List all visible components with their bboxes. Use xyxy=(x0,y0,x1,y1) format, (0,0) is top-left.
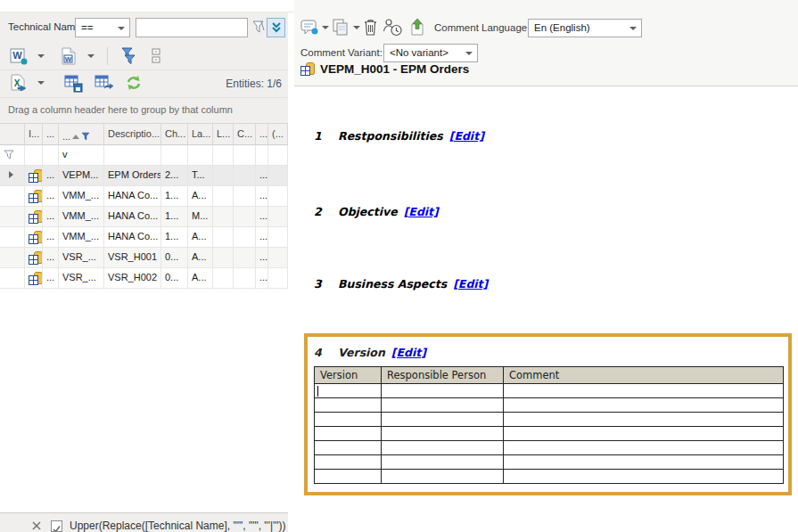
version-cell[interactable] xyxy=(315,455,382,470)
version-table-row[interactable] xyxy=(315,427,784,441)
comment-cell[interactable] xyxy=(504,427,784,441)
toolbar-separator xyxy=(107,47,108,65)
grid-filter-cell[interactable] xyxy=(25,145,43,166)
version-table-row[interactable] xyxy=(315,441,784,455)
word-export-caret-icon[interactable] xyxy=(37,54,45,58)
comment-cell[interactable] xyxy=(504,470,784,484)
comment-variant-value: <No variant> xyxy=(390,47,448,58)
row-focus-indicator xyxy=(0,166,25,186)
comment-bubble-icon[interactable] xyxy=(300,19,319,37)
user-history-icon[interactable] xyxy=(383,18,403,37)
grid-filter-cell[interactable] xyxy=(234,145,256,166)
version-section-highlight: 4Version[Edit] Version Responsible Perso… xyxy=(304,333,792,495)
comment-cell[interactable] xyxy=(504,413,784,427)
grid-header-la[interactable]: La... xyxy=(188,124,213,145)
filter-stack-icon[interactable] xyxy=(119,47,137,65)
grid-header-icon-col[interactable]: I... xyxy=(25,124,43,145)
responsible-person-cell[interactable] xyxy=(382,455,504,470)
column-filter-icon[interactable] xyxy=(81,132,90,142)
section-number: 1 xyxy=(314,129,338,143)
section-number: 3 xyxy=(314,277,338,291)
version-cell[interactable] xyxy=(315,413,382,427)
version-cell[interactable] xyxy=(315,398,382,413)
version-table-row[interactable] xyxy=(315,413,784,427)
section-number: 2 xyxy=(314,205,338,218)
comment-caret-icon[interactable] xyxy=(322,26,329,29)
edit-link[interactable]: [Edit] xyxy=(449,129,484,143)
grid-header-description[interactable]: Descriptio... xyxy=(104,124,161,145)
filter-enabled-checkbox[interactable] xyxy=(51,520,62,532)
word-document-caret-icon[interactable] xyxy=(87,54,95,58)
version-table-row[interactable] xyxy=(315,470,784,484)
grid-header-col2[interactable]: ... xyxy=(43,124,59,145)
version-cell[interactable] xyxy=(315,470,382,484)
grid-filter-cell[interactable] xyxy=(161,145,188,166)
edit-link[interactable]: [Edit] xyxy=(404,205,439,218)
table-row[interactable]: ... VEPM... EPM Orders 2... T... ... xyxy=(0,166,288,186)
grid-header-l[interactable]: L... xyxy=(213,124,234,145)
edit-link[interactable]: [Edit] xyxy=(391,346,426,359)
responsible-person-cell[interactable] xyxy=(382,427,504,441)
filter-funnel-icon[interactable] xyxy=(251,20,266,35)
version-table-row[interactable] xyxy=(315,398,784,413)
word-export-icon[interactable]: W xyxy=(10,47,29,65)
excel-export-caret-icon[interactable] xyxy=(37,81,45,85)
cell-la: A... xyxy=(188,227,213,248)
grid-filter-cell[interactable] xyxy=(256,145,268,166)
entity-list-panel: Technical Name == W xyxy=(0,12,288,532)
grid-header-col10[interactable]: (... xyxy=(268,124,288,145)
comment-language-label: Comment Language xyxy=(434,22,527,33)
grid-header-technical-name[interactable]: ... xyxy=(59,124,104,145)
responsible-person-cell[interactable] xyxy=(382,470,504,484)
comment-cell[interactable] xyxy=(504,455,784,470)
word-document-icon[interactable]: W xyxy=(61,47,77,65)
comment-variant-dropdown[interactable]: <No variant> xyxy=(383,44,478,62)
filter-operator-dropdown[interactable]: == xyxy=(75,18,130,37)
refresh-icon[interactable] xyxy=(125,74,143,93)
close-filter-icon[interactable] xyxy=(32,521,41,530)
table-load-icon[interactable] xyxy=(95,74,114,93)
grid-header-ch[interactable]: Ch... xyxy=(161,124,188,145)
calculation-view-icon xyxy=(29,231,43,244)
filter-expression[interactable]: Upper(Replace([Technical Name], "'", "'"… xyxy=(70,520,288,532)
responsible-person-cell[interactable] xyxy=(382,413,504,427)
version-table-row[interactable] xyxy=(315,384,784,398)
expand-filter-button[interactable] xyxy=(267,18,285,37)
version-table-row[interactable] xyxy=(315,455,784,470)
version-cell[interactable] xyxy=(315,427,382,441)
grid-filter-technical-name[interactable]: v xyxy=(59,145,104,166)
grid-header-col9[interactable]: ... xyxy=(256,124,268,145)
comment-cell[interactable] xyxy=(504,398,784,413)
responsible-person-cell[interactable] xyxy=(382,441,504,455)
table-save-icon[interactable] xyxy=(64,74,84,93)
responsible-person-cell[interactable] xyxy=(382,398,504,413)
comment-language-dropdown[interactable]: En (English) xyxy=(528,19,642,37)
technical-name-search-input[interactable] xyxy=(136,18,248,37)
responsible-person-cell[interactable] xyxy=(382,384,504,398)
version-cell[interactable] xyxy=(315,441,382,455)
grid-header-c[interactable]: C... xyxy=(234,124,256,145)
table-row[interactable]: ... VMM_... HANA Co... 1... A... ... xyxy=(0,227,288,248)
table-row[interactable]: ... VSR_... VSR_H001 0... A... ... xyxy=(0,248,288,268)
grid-filter-cell[interactable] xyxy=(104,145,161,166)
edit-link[interactable]: [Edit] xyxy=(453,277,488,291)
comment-cell[interactable] xyxy=(504,441,784,455)
grid-filter-cell[interactable] xyxy=(213,145,234,166)
copy-page-icon[interactable] xyxy=(332,19,350,37)
table-row[interactable]: ... VSR_... VSR_H002 0... A... ... xyxy=(0,268,288,289)
grid-filter-cell[interactable] xyxy=(268,145,288,166)
comment-cell[interactable] xyxy=(504,384,784,398)
copy-page-caret-icon[interactable] xyxy=(353,26,360,29)
grid-filter-cell[interactable] xyxy=(188,145,213,166)
version-cell[interactable] xyxy=(315,384,382,398)
upload-icon[interactable] xyxy=(409,18,425,37)
check-icon xyxy=(52,524,62,532)
excel-export-icon[interactable]: X xyxy=(10,74,29,93)
grid-filter-cell[interactable] xyxy=(43,145,59,166)
layout-squares-icon[interactable] xyxy=(150,47,162,65)
cell-description: HANA Co... xyxy=(104,207,161,227)
trash-icon[interactable] xyxy=(363,19,378,37)
table-row[interactable]: ... VMM_... HANA Co... 1... M... ... xyxy=(0,207,288,227)
table-row[interactable]: ... VMM_... HANA Co... 1... A... ... xyxy=(0,186,288,207)
group-by-bar[interactable]: Drag a column header here to group by th… xyxy=(0,97,288,123)
